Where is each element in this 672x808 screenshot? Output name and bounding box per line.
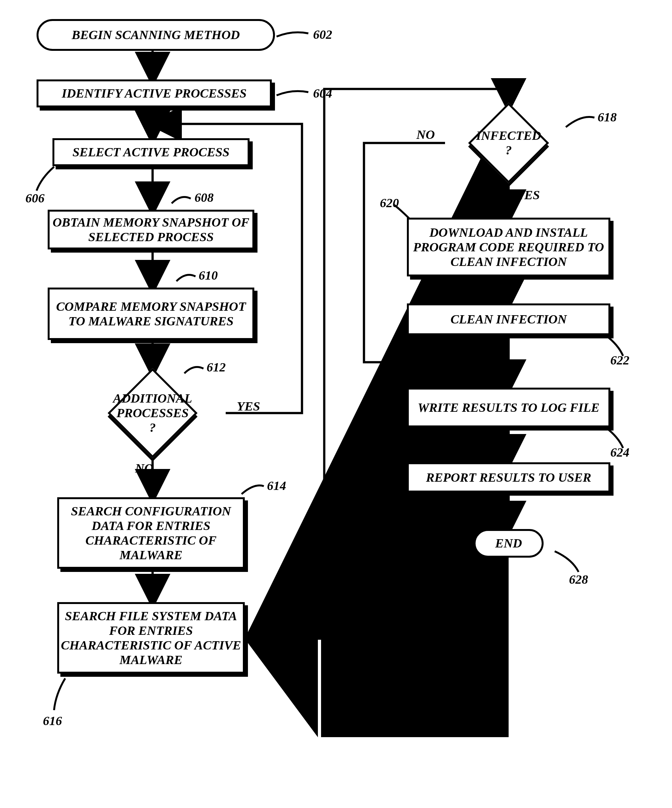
- terminator-end: END: [474, 529, 543, 558]
- ref-618: 618: [598, 110, 617, 125]
- ref-604: 604: [313, 86, 332, 101]
- label-yes-618: YES: [517, 187, 540, 202]
- label-no-618: NO: [416, 127, 435, 142]
- process-obtain-memory-snapshot: OBTAIN MEMORY SNAPSHOT OF SELECTED PROCE…: [48, 210, 254, 249]
- process-compare-memory-snapshot: COMPARE MEMORY SNAPSHOT TO MALWARE SIGNA…: [48, 287, 254, 340]
- label-no-612: NO: [135, 461, 154, 476]
- ref-606: 606: [25, 190, 45, 205]
- process-search-file-system-data: SEARCH FILE SYSTEM DATA FOR ENTRIES CHAR…: [57, 602, 245, 674]
- ref-602: 602: [313, 27, 332, 42]
- process-search-configuration-data: SEARCH CONFIGURATION DATA FOR ENTRIES CH…: [57, 497, 245, 569]
- process-clean-infection: CLEAN INFECTION: [407, 304, 610, 335]
- ref-628: 628: [569, 572, 588, 587]
- ref-610: 610: [199, 268, 218, 283]
- process-identify-active-processes: IDENTIFY ACTIVE PROCESSES: [37, 79, 272, 107]
- process-report-results: REPORT RESULTS TO USER: [407, 462, 610, 492]
- ref-612: 612: [207, 360, 226, 375]
- ref-614: 614: [267, 478, 286, 493]
- process-write-results-log: WRITE RESULTS TO LOG FILE: [407, 387, 610, 427]
- process-select-active-process: SELECT ACTIVE PROCESS: [52, 138, 249, 166]
- ref-616: 616: [43, 713, 62, 728]
- ref-620: 620: [380, 195, 399, 210]
- terminator-begin: BEGIN SCANNING METHOD: [37, 19, 275, 51]
- ref-608: 608: [194, 190, 214, 205]
- ref-622: 622: [610, 353, 629, 367]
- ref-624: 624: [610, 445, 629, 460]
- process-download-install-code: DOWNLOAD AND INSTALL PROGRAM CODE REQUIR…: [407, 218, 610, 276]
- label-yes-612: YES: [237, 399, 260, 414]
- ref-626: 626: [380, 515, 399, 530]
